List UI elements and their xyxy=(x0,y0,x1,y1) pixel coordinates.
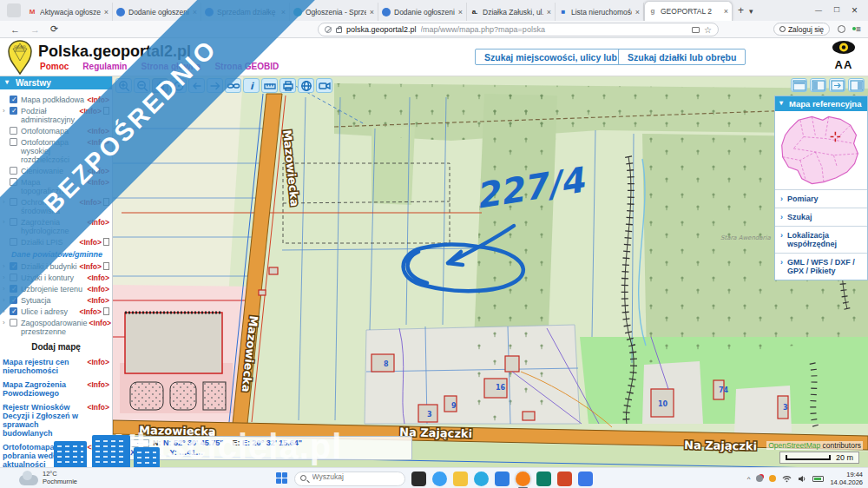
panel-section-pomiary[interactable]: Pomiary xyxy=(775,189,867,208)
firefox-icon[interactable] xyxy=(516,472,530,486)
layer-checkbox[interactable] xyxy=(10,167,17,175)
browser-tab[interactable]: Dodanie ogłoszenia: sprze xyxy=(378,3,467,21)
bookmark-star-icon[interactable] xyxy=(704,25,712,35)
font-size-toggle[interactable]: AA xyxy=(826,58,861,71)
tab-list-chevron-icon[interactable] xyxy=(749,4,753,16)
sync-icon[interactable] xyxy=(769,475,776,482)
tab-favicon: a. xyxy=(470,8,479,16)
info-link[interactable]: <Info> xyxy=(87,358,109,366)
browser-tab[interactable]: MAktywacja ogłoszenia na o xyxy=(24,3,113,21)
chevron-right-icon[interactable] xyxy=(3,319,10,327)
layer-checkbox[interactable] xyxy=(10,138,17,146)
minimize-button[interactable] xyxy=(815,4,822,16)
info-link[interactable]: <Info> xyxy=(87,403,109,412)
tab-close-icon[interactable] xyxy=(370,8,374,16)
header-link[interactable]: Regulamin xyxy=(82,62,127,71)
tab-close-icon[interactable] xyxy=(724,7,728,16)
panel-section-lokalizacja-wsp-rz-dnej[interactable]: Lokalizacja współrzędnej xyxy=(775,226,867,253)
layout-arrow-icon[interactable] xyxy=(829,78,845,92)
layer-checkbox[interactable] xyxy=(10,319,17,326)
layout-right-icon[interactable] xyxy=(848,78,865,92)
info-icon[interactable]: i xyxy=(243,78,260,93)
document-icon[interactable] xyxy=(103,238,109,246)
forward-icon[interactable]: → xyxy=(30,24,40,35)
extensions-icon[interactable] xyxy=(838,25,845,33)
layers-header[interactable]: Warstwy xyxy=(0,76,112,89)
taskbar-search[interactable] xyxy=(294,472,405,486)
tab-close-icon[interactable] xyxy=(458,8,463,16)
chevron-right-icon[interactable] xyxy=(3,107,10,115)
map-canvas[interactable]: 8163910743 227/4 Mazowiecka Mazowiecka M… xyxy=(113,76,868,467)
photos-icon[interactable] xyxy=(578,472,593,486)
tab-close-icon[interactable] xyxy=(104,8,108,16)
browser-tab[interactable]: gGEOPORTAL 2 xyxy=(644,1,733,21)
maximize-button[interactable] xyxy=(834,4,839,16)
tray-app-icon[interactable] xyxy=(756,475,763,482)
tab-close-icon[interactable] xyxy=(635,8,640,16)
volume-icon[interactable] xyxy=(798,475,806,483)
layout-left-icon[interactable] xyxy=(810,78,826,92)
login-button[interactable]: Zaloguj się xyxy=(773,23,830,36)
add-map-link[interactable]: Mapa rejestru cen nieruchomości xyxy=(3,358,85,375)
info-link[interactable]: <Info> xyxy=(79,307,102,316)
info-link[interactable]: <Info> xyxy=(79,238,102,247)
layer-checkbox[interactable] xyxy=(10,307,17,315)
tab-close-icon[interactable] xyxy=(547,8,551,16)
info-link[interactable]: <Info> xyxy=(87,274,109,282)
menu-icon[interactable] xyxy=(856,24,861,34)
osm-link[interactable]: OpenStreetMap xyxy=(768,441,820,450)
explorer-icon[interactable] xyxy=(453,472,468,486)
info-link[interactable]: <Info> xyxy=(79,262,102,271)
browser-address-bar-row: ← → ⟳ polska.geoportal2.pl /map/www/mapa… xyxy=(0,21,868,38)
header-link[interactable]: Pomoc xyxy=(40,62,69,71)
permissions-icon[interactable] xyxy=(325,26,332,33)
task-view-icon[interactable] xyxy=(411,472,426,486)
wifi-icon[interactable] xyxy=(782,475,792,483)
contrast-eye-icon[interactable] xyxy=(831,40,857,55)
browser-tab[interactable]: ■Lista nieruchomości xyxy=(556,3,644,21)
search-parcel-button[interactable]: Szukaj działki lub obrębu xyxy=(618,49,746,65)
info-link[interactable]: <Info> xyxy=(87,296,109,305)
poland-map[interactable] xyxy=(775,111,867,189)
publisher-icon[interactable] xyxy=(536,472,551,486)
address-bar[interactable]: polska.geoportal2.pl /map/www/mapa.php?m… xyxy=(318,23,719,36)
map-area[interactable]: 8163910743 227/4 Mazowiecka Mazowiecka M… xyxy=(113,76,868,467)
login-label: Zaloguj się xyxy=(788,25,824,34)
document-icon[interactable] xyxy=(103,262,109,270)
clock[interactable]: 19:4414.04.2026 xyxy=(830,471,863,486)
measure-icon[interactable] xyxy=(261,78,278,93)
url-path: /map/www/mapa.php?mapa=polska xyxy=(421,25,687,34)
start-button[interactable] xyxy=(276,472,288,485)
layout-top-icon[interactable] xyxy=(791,78,807,92)
back-icon[interactable]: ← xyxy=(10,24,20,35)
edge-icon[interactable] xyxy=(474,472,489,486)
battery-icon[interactable] xyxy=(812,476,824,482)
taskbar-search-input[interactable] xyxy=(312,472,399,481)
add-map-link[interactable]: Mapa Zagrożenia Powodziowego xyxy=(3,380,85,398)
store-icon[interactable] xyxy=(495,472,510,486)
new-tab-button[interactable] xyxy=(738,4,744,16)
panel-section-gml-wfs-dxf-gpx-pikiety[interactable]: GML / WFS / DXF / GPX / Pikiety xyxy=(775,253,867,280)
add-map-link[interactable]: Rejestr Wniosków Decyzji i Zgłoszeń w sp… xyxy=(3,403,85,438)
info-link[interactable]: <Info> xyxy=(87,285,109,293)
document-icon[interactable] xyxy=(103,307,109,315)
close-button[interactable] xyxy=(852,4,858,16)
reload-icon[interactable]: ⟳ xyxy=(50,23,58,35)
powerpoint-icon[interactable] xyxy=(557,472,572,486)
globe-icon[interactable] xyxy=(298,78,314,93)
layer-checkbox[interactable] xyxy=(10,107,17,115)
layer-checkbox[interactable] xyxy=(10,127,17,135)
copilot-icon[interactable] xyxy=(432,472,447,486)
panel-section-szukaj[interactable]: Szukaj xyxy=(775,208,867,226)
camera-icon[interactable] xyxy=(316,78,332,93)
info-link[interactable]: <Info> xyxy=(87,380,109,389)
browser-tab[interactable]: a.Działka Załuski, ul. Mazow xyxy=(467,3,556,21)
layer-checkbox[interactable] xyxy=(10,96,17,103)
save-collection-icon[interactable] xyxy=(692,27,700,33)
reference-map-header[interactable]: Mapa referencyjna xyxy=(775,96,867,111)
tray-expand-icon[interactable]: ^ xyxy=(747,475,751,483)
house-number: 3 xyxy=(783,404,788,412)
info-link[interactable]: <Info> xyxy=(89,319,112,327)
tab-overview-icon[interactable] xyxy=(7,3,21,17)
print-icon[interactable] xyxy=(279,78,296,93)
